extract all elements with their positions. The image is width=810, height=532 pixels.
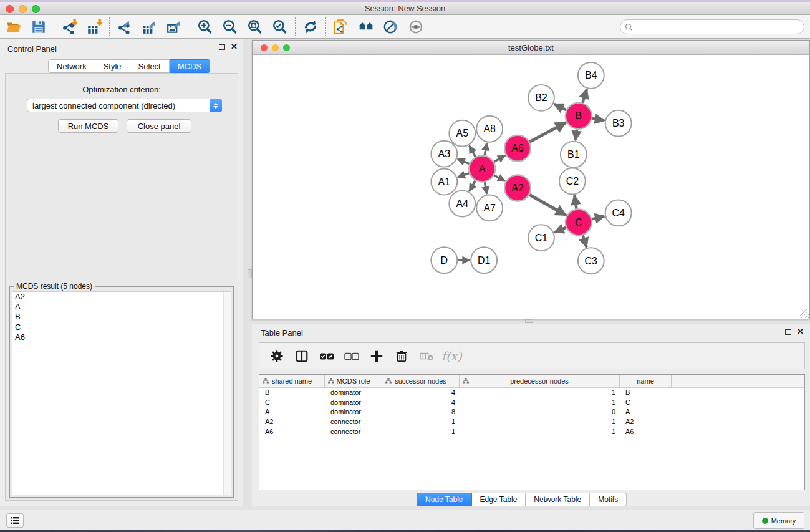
table-cell[interactable]: 4 (382, 388, 460, 398)
tab-motifs[interactable]: Motifs (590, 493, 627, 506)
tab-mcds[interactable]: MCDS (170, 59, 210, 73)
edge-A-A3[interactable] (458, 159, 470, 164)
criterion-dropdown[interactable]: largest connected component (directed) (27, 99, 222, 112)
result-item[interactable]: B (12, 312, 231, 322)
edge-B-B1[interactable] (576, 130, 577, 140)
table-cell[interactable]: dominator (325, 398, 382, 408)
tab-node-table[interactable]: Node Table (417, 493, 472, 506)
tab-select[interactable]: Select (130, 59, 170, 73)
column-header-MCDS-role[interactable]: MCDS role (325, 375, 382, 388)
edge-C-C3[interactable] (583, 235, 587, 247)
table-cell[interactable]: A6 (259, 427, 325, 437)
table-row[interactable]: Cdominator41C (259, 398, 804, 408)
edge-A-A1[interactable] (458, 173, 469, 177)
table-cell[interactable]: 1 (460, 427, 620, 437)
run-mcds-button[interactable]: Run MCDS (58, 119, 118, 133)
zoom-fit-button[interactable] (243, 16, 268, 37)
import-table-button[interactable] (82, 16, 107, 37)
table-row[interactable]: Adominator80A (259, 407, 804, 417)
add-column-icon[interactable] (365, 345, 388, 367)
table-cell[interactable]: connector (325, 427, 382, 437)
export-table-button[interactable] (137, 16, 162, 37)
select-all-icon[interactable] (316, 345, 338, 367)
table-cell[interactable]: dominator (325, 388, 382, 398)
table-cell[interactable]: 1 (382, 417, 460, 427)
save-session-button[interactable] (26, 16, 51, 37)
column-header-name[interactable]: name (620, 375, 672, 388)
float-panel-icon[interactable] (219, 44, 225, 50)
table-cell[interactable]: A (620, 407, 672, 417)
table-cell[interactable]: 4 (382, 398, 460, 408)
zoom-selected-button[interactable] (268, 16, 292, 37)
edge-A2-C[interactable] (529, 195, 566, 215)
edge-B-B2[interactable] (554, 104, 566, 110)
table-cell[interactable]: B (259, 388, 325, 398)
table-cell[interactable]: A6 (620, 427, 672, 437)
network-graph[interactable]: B4B2BB3A8A5A6A3B1AC2A1A2A4A7C4CC1DD1C3 (253, 55, 809, 319)
table-row[interactable]: A6connector11A6 (259, 427, 804, 437)
edge-C-C2[interactable] (574, 195, 576, 208)
table-row[interactable]: A2connector11A2 (259, 417, 804, 427)
edge-B-B4[interactable] (582, 89, 587, 103)
table-cell[interactable]: C (259, 398, 325, 408)
delete-rows-icon[interactable] (390, 345, 413, 367)
tab-style[interactable]: Style (95, 59, 130, 73)
edge-A-A4[interactable] (470, 181, 476, 191)
edge-A-A7[interactable] (485, 182, 487, 194)
import-network-button[interactable] (57, 16, 82, 37)
home-button[interactable] (354, 16, 378, 37)
result-item[interactable]: C (12, 322, 231, 332)
result-scrollbar[interactable] (223, 292, 231, 495)
tab-network[interactable]: Network (48, 59, 95, 73)
table-cell[interactable]: 0 (460, 407, 620, 417)
hide-labels-button[interactable] (378, 16, 403, 37)
result-item[interactable]: A (12, 302, 231, 312)
search-field[interactable] (620, 19, 804, 34)
table-body[interactable]: Bdominator41BCdominator41CAdominator80AA… (259, 388, 804, 490)
column-header-predecessor-nodes[interactable]: predecessor nodes (460, 375, 620, 388)
new-network-from-file-button[interactable] (329, 16, 354, 37)
close-table-panel-icon[interactable]: ✕ (797, 329, 804, 335)
column-header-shared-name[interactable]: shared name (259, 375, 325, 388)
float-table-panel-icon[interactable] (785, 329, 791, 335)
show-labels-button[interactable] (403, 16, 428, 37)
table-cell[interactable]: C (620, 398, 672, 408)
memory-button[interactable]: Memory (753, 512, 804, 529)
task-history-button[interactable] (6, 513, 24, 528)
export-network-button[interactable] (112, 16, 137, 37)
tab-network-table[interactable]: Network Table (526, 493, 590, 506)
horizontal-splitter-handle[interactable] (525, 319, 533, 323)
close-panel-icon[interactable]: ✕ (231, 44, 238, 50)
result-item[interactable]: A6 (12, 332, 231, 342)
table-cell[interactable]: A2 (259, 417, 325, 427)
edge-A-A8[interactable] (485, 143, 487, 155)
refresh-button[interactable] (298, 16, 323, 37)
table-cell[interactable]: 1 (460, 417, 620, 427)
edge-A6-B[interactable] (529, 123, 566, 142)
table-cell[interactable]: 1 (382, 427, 460, 437)
table-row[interactable]: Bdominator41B (259, 388, 804, 398)
edge-C-C4[interactable] (592, 216, 604, 220)
zoom-out-button[interactable] (218, 16, 243, 37)
mcds-result-list[interactable]: A2ABCA6 (12, 291, 231, 495)
deselect-all-icon[interactable] (340, 345, 363, 367)
network-canvas[interactable]: B4B2BB3A8A5A6A3B1AC2A1A2A4A7C4CC1DD1C3 (253, 55, 809, 319)
table-cell[interactable]: 1 (460, 398, 620, 408)
network-window-titlebar[interactable]: testGlobe.txt (253, 41, 809, 55)
tab-edge-table[interactable]: Edge Table (472, 493, 526, 506)
table-cell[interactable]: 1 (460, 388, 620, 398)
table-cell[interactable]: A (259, 407, 325, 417)
table-cell[interactable]: dominator (325, 407, 382, 417)
table-cell[interactable]: connector (325, 417, 382, 427)
edge-B-B3[interactable] (592, 118, 604, 121)
open-session-button[interactable] (1, 16, 26, 37)
edge-C-C1[interactable] (554, 228, 566, 233)
edge-A-A5[interactable] (469, 146, 475, 157)
column-header-successor-nodes[interactable]: successor nodes (382, 375, 460, 388)
resize-grip-icon[interactable] (800, 309, 809, 318)
search-input[interactable] (633, 22, 804, 31)
table-cell[interactable]: B (620, 388, 672, 398)
node-table[interactable]: shared nameMCDS rolesuccessor nodesprede… (259, 374, 805, 490)
close-panel-button[interactable]: Close panel (127, 119, 191, 133)
vertical-splitter-handle[interactable] (248, 269, 252, 278)
